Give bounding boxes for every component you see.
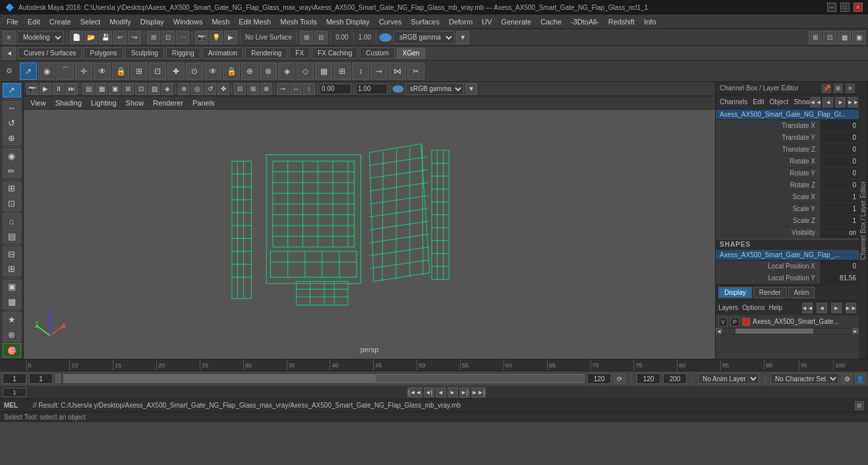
attr-scale-x-value[interactable]: 1 [819,191,859,202]
pb-step-back-key[interactable]: ◄| [424,387,434,398]
timeline-ruler[interactable]: 5 10 15 20 25 30 35 40 45 50 55 60 65 70… [0,359,868,371]
menu-display[interactable]: Display [136,16,168,27]
shelf-tab-custom[interactable]: Custom [360,47,394,59]
rp-layer-arrow3[interactable]: ► [831,303,842,313]
menu-mesh[interactable]: Mesh [208,16,233,27]
layer-visibility-btn[interactable]: V [718,317,728,326]
vp-display-type5[interactable]: ⊡ [135,83,147,95]
pb-step-fwd-key[interactable]: ►►| [471,387,486,398]
camera-btn[interactable]: 📷 [195,31,208,44]
layer-color-swatch[interactable] [742,318,750,326]
menu-generate[interactable]: Generate [497,16,535,27]
move-tool-btn[interactable]: ✛ [75,63,92,80]
pb-step-forward[interactable]: ►| [459,387,470,398]
vp-shading4[interactable]: ✤ [217,83,229,95]
cb-arrows-btn4[interactable]: ►► [848,97,858,108]
vp-display-type3[interactable]: ▣ [109,83,121,95]
vpm-lighting[interactable]: Lighting [87,98,121,108]
mesh-tool-btn10[interactable]: ✂ [407,63,424,80]
mesh-tool-btn1[interactable]: ⊕ [241,63,258,80]
attr-rotate-x-value[interactable]: 0 [819,156,859,167]
shelf-tab-rigging[interactable]: Rigging [166,47,200,59]
shelf-tab-fxcaching[interactable]: FX Caching [312,47,358,59]
hs-arrow-right[interactable]: ► [852,328,859,334]
vpm-show[interactable]: Show [122,98,148,108]
mesh-tool-btn8[interactable]: ⊸ [370,63,388,80]
shelf-tab-animation[interactable]: Animation [202,47,243,59]
menu-file[interactable]: File [3,16,22,27]
rp-tab-display[interactable]: Display [718,287,752,298]
component-btn3[interactable]: ✚ [167,63,185,80]
vp-display-type7[interactable]: ◈ [161,83,173,95]
component-btn6[interactable]: 🔒 [223,63,240,80]
vp-color-space[interactable]: sRGB gamma [405,83,464,95]
pb-frame-input[interactable] [3,388,26,397]
menu-windows[interactable]: Windows [169,16,207,27]
pb-goto-start[interactable]: |◄◄ [407,387,422,398]
redo-btn[interactable]: ↪ [128,31,141,44]
maximize-button[interactable]: □ [840,3,850,12]
color-space-dropdown[interactable]: sRGB gamma [393,31,455,44]
timeline-range-end-input[interactable] [637,373,660,384]
shelf-tab-rendering[interactable]: Rendering [245,47,287,59]
layer-btn2[interactable]: ⊞ [3,262,21,276]
rp-options-menu[interactable]: Options [742,304,765,311]
menu-info[interactable]: Info [640,16,660,27]
lasso-select-btn[interactable]: ⌒ [57,63,74,80]
quick-layout-btn[interactable]: ⊗ [3,327,21,342]
menu-surfaces[interactable]: Surfaces [407,16,444,27]
snap-grid-btn[interactable]: ⊡ [161,31,175,44]
menu-3dtoall[interactable]: -3DtoAll- [567,16,603,27]
attr-visibility-value[interactable]: on [819,227,859,238]
open-btn[interactable]: 📂 [84,31,98,44]
tl-char-set-dropdown[interactable]: No Character Set [770,373,839,384]
rp-pin-btn[interactable]: 📌 [822,84,831,93]
rp-close-btn[interactable]: ✕ [846,84,855,93]
mesh-tool-btn6[interactable]: ⊞ [333,63,351,80]
mesh-tool-btn7[interactable]: ↕ [352,63,369,80]
timeline-current-input[interactable] [29,373,53,384]
vpm-view[interactable]: View [26,98,50,108]
rp-float-btn[interactable]: ⊞ [834,84,843,93]
settings-gear-btn[interactable]: ⚙ [3,65,16,78]
hs-track[interactable] [722,328,852,334]
rotate-btn[interactable]: ↺ [3,116,21,131]
cb-show-menu[interactable]: Show [794,98,810,106]
status-icon[interactable]: ⊞ [855,401,864,410]
vp-extra2[interactable]: ⊞ [247,83,259,95]
vp-display-type1[interactable]: ▤ [82,83,94,95]
viewport-canvas[interactable]: X Y Z persp [24,109,715,359]
timeline-start-input[interactable] [3,373,26,384]
vpm-shading[interactable]: Shading [51,98,86,108]
tl-range-bar[interactable] [63,374,585,383]
show-grid-btn[interactable]: ⊞ [3,181,21,196]
cb-arrows-btn1[interactable]: ◄◄ [810,97,821,108]
toolbar-right-btn4[interactable]: ▣ [852,31,865,44]
rp-help-menu[interactable]: Help [768,304,782,311]
layer-playback-btn[interactable]: P [730,317,739,326]
shapes-local-pos-x-value[interactable]: 0 [819,261,859,272]
rp-tab-render[interactable]: Render [753,287,787,298]
shelf-tab-fx[interactable]: FX [289,47,310,59]
shelf-tab-xgen[interactable]: XGen [397,47,426,59]
component-btn1[interactable]: ⊞ [130,63,148,80]
rp-layer-arrow4[interactable]: ►► [846,303,856,313]
vp-transform2[interactable]: ↔ [290,83,302,95]
mode-dropdown[interactable]: Modeling [17,31,64,44]
cb-arrows-btn2[interactable]: ◄ [823,97,833,108]
render-region-btn[interactable]: ▣ [3,280,21,294]
hs-thumb[interactable] [736,328,813,334]
menu-redshift[interactable]: Redshift [604,16,639,27]
light-btn[interactable]: 💡 [210,31,223,44]
vp-extra3[interactable]: ⊗ [260,83,272,95]
tl-char-btn[interactable]: ⚙ [842,373,852,384]
vp-display-type6[interactable]: ▧ [148,83,160,95]
lock-btn[interactable]: 🔒 [112,63,129,80]
vp-transform3[interactable]: ↕ [303,83,315,95]
toolbar-panel-btn[interactable]: ≡ [3,31,16,44]
menu-modify[interactable]: Modify [105,16,134,27]
vpm-renderer[interactable]: Renderer [149,98,187,108]
vp-color-arrow[interactable]: ▼ [465,83,477,95]
uv-btn[interactable]: ▤ [3,229,21,243]
vp-shading3[interactable]: ↺ [204,83,216,95]
